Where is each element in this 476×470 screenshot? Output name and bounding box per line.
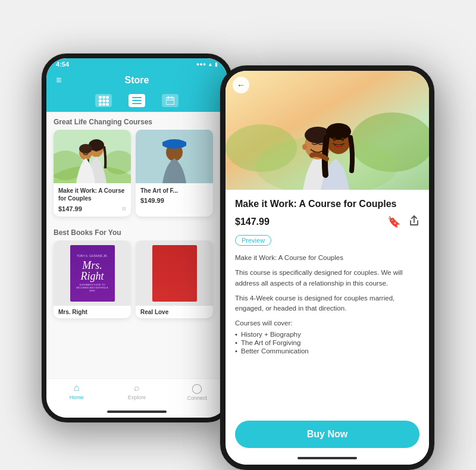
grid-icon-box: [95, 94, 112, 107]
svg-point-30: [333, 137, 336, 141]
svg-rect-3: [166, 98, 174, 105]
home-icon: ⌂: [74, 383, 80, 393]
book-card-1[interactable]: TONY A. GASKINS JR. Mrs.Right A WOMAN'S …: [54, 240, 131, 318]
course-card-1-bookmark[interactable]: ⌗: [122, 205, 126, 213]
svg-rect-18: [162, 142, 186, 146]
bottom-nav-home[interactable]: ⌂ Home: [46, 379, 107, 406]
svg-point-26: [302, 144, 307, 150]
detail-share-icon[interactable]: [409, 215, 419, 228]
courses-row: Make it Work: A Course for Couples $147.…: [46, 130, 227, 223]
tab-list[interactable]: [129, 94, 145, 107]
course-card-2-info: The Art of F... $149.99: [136, 183, 213, 208]
store-content: Great Life Changing Courses: [46, 112, 227, 378]
tab-icons-row: [46, 90, 227, 112]
detail-hero: ←: [226, 71, 429, 190]
books-row: TONY A. GASKINS JR. Mrs.Right A WOMAN'S …: [46, 240, 227, 324]
course-card-1-image: [54, 130, 131, 183]
detail-course-title: Make it Work: A Course for Couples: [235, 198, 419, 209]
svg-rect-1: [132, 100, 142, 101]
course-card-2[interactable]: The Art of F... $149.99: [136, 130, 213, 217]
detail-price: $147.99: [235, 217, 270, 227]
nav-bar-back: ≡ Store: [46, 70, 227, 90]
status-bar-back: 4:54 ●●● ▲ ▮: [46, 58, 227, 70]
courses-section-title: Great Life Changing Courses: [46, 112, 227, 130]
course-card-1-title: Make it Work: A Course for Couples: [58, 187, 126, 202]
detail-body: Make it Work: A Course for Couples $147.…: [226, 190, 429, 406]
nav-title-back: Store: [125, 75, 149, 86]
detail-description: Make it Work: A Course for Couples This …: [235, 253, 419, 314]
battery-icon: ▮: [215, 61, 218, 67]
explore-label: Explore: [128, 394, 146, 400]
connect-icon: ◯: [192, 383, 202, 394]
course-card-1-price: $147.99: [58, 205, 82, 212]
tab-calendar[interactable]: [162, 94, 178, 107]
svg-point-29: [326, 123, 351, 140]
wifi-icon: ▲: [208, 61, 213, 67]
time-display: 4:54: [56, 61, 69, 68]
home-indicator-front: [226, 452, 429, 465]
desc-line-1: Make it Work: A Course for Couples: [235, 253, 419, 263]
calendar-icon-box: [162, 94, 178, 107]
book-card-2[interactable]: Real Love: [136, 240, 213, 318]
svg-point-31: [342, 137, 345, 141]
svg-rect-0: [132, 97, 142, 98]
book-title-1: Mrs. Right: [54, 306, 131, 318]
back-button[interactable]: ←: [233, 77, 249, 93]
books-section-title: Best Books For You: [46, 223, 227, 240]
book-subtitle: A WOMAN'S GUIDE TOBECOMING AND KEEPING A…: [74, 283, 111, 293]
list-icon-box: [129, 94, 145, 107]
course-list-item-1: History + Biography: [235, 330, 419, 339]
home-indicator-back: [46, 406, 227, 418]
course-card-1-price-row: $147.99 ⌗: [58, 205, 126, 213]
course-card-2-price-row: $149.99: [140, 197, 208, 204]
course-card-2-price: $149.99: [140, 197, 164, 204]
book-script-title: Mrs.Right: [81, 260, 104, 281]
connect-label: Connect: [187, 395, 208, 401]
course-list-item-2: The Art of Forgiving: [235, 339, 419, 347]
home-bar-front: [298, 457, 357, 459]
course-list: History + Biography The Art of Forgiving…: [235, 330, 419, 355]
svg-rect-2: [132, 103, 142, 104]
menu-icon[interactable]: ≡: [56, 75, 61, 86]
hero-background: [226, 71, 429, 190]
book-author: TONY A. GASKINS JR.: [77, 254, 108, 258]
course-list-item-3: Better Communication: [235, 347, 419, 355]
svg-point-14: [79, 144, 92, 153]
course-card-2-image: [136, 130, 213, 183]
real-love-cover: [152, 245, 197, 302]
explore-icon: ⌕: [134, 383, 140, 393]
detail-footer: Buy Now: [226, 406, 429, 452]
buy-now-button[interactable]: Buy Now: [235, 421, 419, 448]
signal-icon: ●●●: [196, 61, 206, 67]
detail-actions: 🔖: [387, 215, 419, 228]
front-phone: ← Make it Work: A Course for Couples $14…: [220, 65, 434, 470]
mrs-right-cover: TONY A. GASKINS JR. Mrs.Right A WOMAN'S …: [70, 245, 115, 302]
course-card-1[interactable]: Make it Work: A Course for Couples $147.…: [54, 130, 131, 217]
course-card-2-title: The Art of F...: [140, 187, 208, 195]
home-label: Home: [70, 394, 84, 400]
desc-line-2: This course is specifically designed for…: [235, 268, 419, 289]
courses-cover-label: Courses will cover:: [235, 319, 419, 327]
detail-bookmark-icon[interactable]: 🔖: [387, 215, 400, 228]
bottom-nav-explore[interactable]: ⌕ Explore: [107, 379, 167, 406]
bottom-nav-connect[interactable]: ◯ Connect: [167, 379, 227, 406]
preview-badge[interactable]: Preview: [235, 235, 271, 246]
home-bar-back: [107, 411, 167, 413]
bottom-nav-back: ⌂ Home ⌕ Explore ◯ Connect: [46, 378, 227, 406]
status-icons: ●●● ▲ ▮: [196, 61, 218, 67]
detail-price-row: $147.99 🔖: [235, 215, 419, 228]
book-cover-1: TONY A. GASKINS JR. Mrs.Right A WOMAN'S …: [54, 240, 131, 306]
tab-grid[interactable]: [95, 94, 112, 107]
back-phone: 4:54 ●●● ▲ ▮ ≡ Store: [42, 54, 232, 422]
desc-line-3: This 4-Week course is designed for coupl…: [235, 293, 419, 314]
book-cover-2: [136, 240, 213, 306]
course-card-1-info: Make it Work: A Course for Couples $147.…: [54, 183, 131, 217]
back-arrow-icon: ←: [237, 80, 245, 90]
book-title-2: Real Love: [136, 306, 213, 318]
